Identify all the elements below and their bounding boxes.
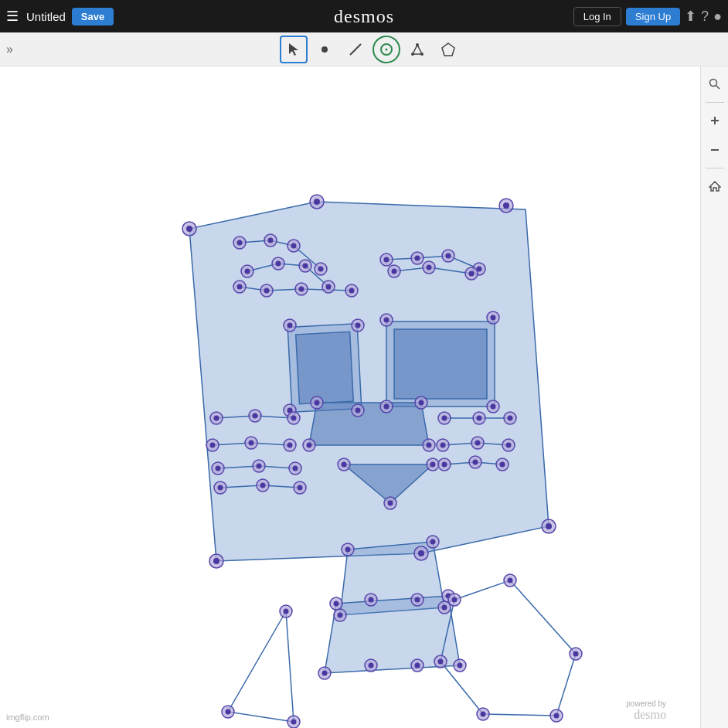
svg-point-37	[268, 238, 274, 243]
svg-point-181	[554, 713, 560, 719]
svg-marker-10	[442, 43, 454, 56]
watermark: powered by desmo	[626, 699, 666, 722]
svg-point-45	[276, 261, 281, 267]
svg-point-145	[345, 547, 351, 553]
svg-point-47	[303, 264, 308, 269]
svg-marker-16	[309, 403, 429, 445]
svg-point-71	[469, 271, 475, 277]
svg-point-177	[508, 578, 513, 583]
svg-point-57	[349, 288, 355, 294]
svg-point-151	[338, 613, 343, 618]
svg-point-61	[415, 256, 420, 261]
point-tool[interactable]	[311, 36, 338, 63]
svg-rect-13	[296, 332, 354, 404]
svg-point-173	[291, 719, 297, 725]
svg-point-127	[442, 416, 447, 421]
canvas-area[interactable]: .poly-fill { fill: rgba(100,140,200,0.35…	[0, 66, 700, 728]
desmos-watermark-logo: desmo	[626, 708, 666, 722]
svg-point-29	[546, 523, 552, 529]
circle-tool[interactable]	[373, 36, 400, 63]
powered-by-label: powered by	[626, 699, 666, 708]
svg-point-49	[326, 284, 332, 290]
svg-point-63	[446, 253, 451, 259]
svg-point-91	[419, 400, 424, 406]
desmos-logo: desmos	[334, 6, 394, 27]
svg-point-186	[709, 80, 716, 87]
svg-point-121	[218, 485, 223, 491]
svg-point-43	[245, 269, 250, 274]
svg-point-123	[260, 483, 266, 488]
svg-point-183	[481, 712, 486, 717]
svg-point-83	[491, 315, 496, 321]
svg-point-27	[503, 202, 509, 209]
expand-panel-button[interactable]: »	[6, 43, 13, 56]
svg-line-20	[286, 611, 294, 722]
svg-point-147	[430, 539, 436, 545]
svg-point-59	[384, 257, 390, 263]
svg-point-163	[415, 597, 420, 603]
svg-point-137	[506, 443, 512, 448]
svg-point-171	[226, 709, 231, 715]
search-button[interactable]	[703, 73, 726, 96]
svg-line-187	[716, 86, 719, 90]
svg-point-107	[291, 416, 297, 421]
svg-point-167	[415, 663, 420, 668]
home-button[interactable]	[703, 175, 726, 198]
svg-point-95	[307, 443, 312, 448]
svg-point-97	[342, 462, 347, 468]
zoom-in-button[interactable]	[703, 109, 726, 132]
svg-point-115	[216, 466, 221, 471]
document-title: Untitled	[26, 10, 66, 23]
svg-point-159	[322, 671, 328, 676]
svg-point-81	[384, 318, 390, 323]
svg-point-143	[500, 462, 505, 468]
signup-button[interactable]: Sign Up	[626, 8, 680, 26]
svg-point-135	[475, 441, 481, 446]
svg-point-157	[458, 663, 463, 668]
svg-point-39	[291, 243, 297, 249]
tools-group	[280, 36, 462, 63]
login-button[interactable]: Log In	[573, 7, 621, 26]
save-button[interactable]: Save	[72, 8, 114, 26]
panel-divider	[706, 102, 724, 103]
svg-point-31	[418, 550, 424, 556]
svg-point-103	[214, 416, 219, 421]
triangle-tool[interactable]	[403, 36, 431, 63]
line-tool[interactable]	[342, 36, 369, 63]
svg-point-3	[386, 48, 388, 50]
svg-point-131	[508, 416, 513, 421]
svg-line-7	[413, 45, 417, 54]
svg-point-185	[438, 659, 444, 665]
svg-point-35	[237, 240, 243, 246]
svg-point-141	[473, 460, 478, 465]
svg-point-67	[392, 269, 397, 274]
svg-point-93	[427, 443, 432, 448]
svg-point-25	[314, 199, 320, 205]
svg-point-75	[355, 323, 361, 328]
svg-point-51	[237, 284, 243, 290]
svg-point-0	[321, 46, 328, 53]
svg-point-99	[430, 462, 436, 468]
share-button[interactable]: ⬆	[685, 8, 696, 25]
svg-point-33	[213, 558, 219, 564]
svg-point-41	[318, 267, 324, 272]
svg-point-111	[249, 441, 254, 446]
svg-point-23	[186, 226, 192, 232]
help-button[interactable]: ?	[701, 9, 709, 25]
svg-point-139	[442, 462, 447, 468]
zoom-out-button[interactable]	[703, 138, 726, 162]
svg-point-117	[257, 464, 262, 469]
svg-rect-15	[394, 329, 487, 399]
svg-point-161	[369, 597, 374, 603]
svg-point-105	[253, 413, 258, 419]
svg-point-85	[384, 404, 390, 410]
account-button[interactable]: ●	[713, 9, 722, 25]
menu-icon[interactable]: ☰	[6, 8, 19, 25]
select-tool[interactable]	[280, 36, 308, 63]
polygon-tool[interactable]	[434, 36, 462, 63]
topbar: ☰ Untitled Save desmos Log In Sign Up ⬆ …	[0, 0, 728, 32]
svg-point-79	[355, 408, 361, 413]
svg-line-1	[350, 44, 361, 55]
panel-divider-2	[706, 168, 724, 168]
main-area: .poly-fill { fill: rgba(100,140,200,0.35…	[0, 66, 728, 728]
